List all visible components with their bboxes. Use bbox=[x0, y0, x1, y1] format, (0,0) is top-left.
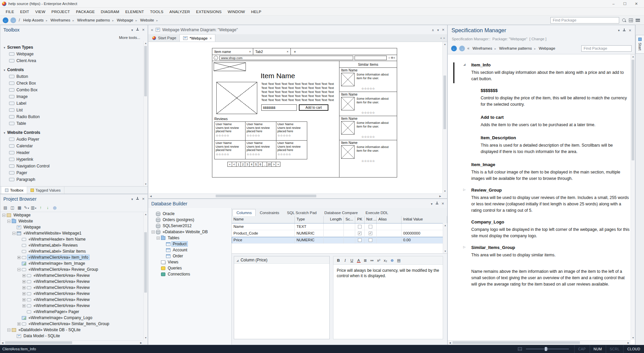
database-tab[interactable]: Constraints bbox=[256, 209, 283, 216]
db-tree-item[interactable]: «Database» Website_DB bbox=[150, 229, 231, 235]
toolbox-row[interactable]: Label bbox=[4, 100, 143, 107]
toolbox-row[interactable]: Screen Types bbox=[4, 44, 143, 51]
spec-entry[interactable]: Name remains above the item information … bbox=[448, 268, 631, 288]
scrollbar-thumb[interactable] bbox=[216, 195, 316, 197]
pk-checkbox[interactable] bbox=[358, 232, 362, 235]
tree-item[interactable]: «WireframeClientArea» Review bbox=[1, 303, 143, 309]
toolbox-row[interactable]: Radio Button bbox=[4, 113, 143, 120]
db-tree-item[interactable]: Connections bbox=[150, 271, 231, 277]
db-tree-item[interactable]: Product bbox=[150, 241, 231, 247]
zoom-slider-thumb[interactable] bbox=[545, 347, 547, 351]
spec-hscrollbar[interactable] bbox=[448, 340, 631, 345]
close-button[interactable]: ✕ bbox=[631, 2, 642, 6]
toolbox-row[interactable]: Hyperlink bbox=[4, 156, 143, 163]
toolbox-row[interactable]: List bbox=[4, 107, 143, 113]
panel-close-icon[interactable] bbox=[142, 27, 145, 32]
window-layout-icon[interactable] bbox=[629, 18, 633, 22]
wf-similar-item[interactable]: Item Name Some information about item fo… bbox=[339, 92, 397, 116]
breadcrumb-item[interactable]: Help Assets bbox=[22, 17, 50, 23]
toolbox-row[interactable]: Navigation Control bbox=[4, 163, 143, 169]
wf-browser-tab-tab2[interactable]: Tab2 × bbox=[253, 48, 291, 55]
menu-item[interactable]: EXTENSIONS bbox=[193, 10, 225, 14]
find-package-input[interactable] bbox=[550, 17, 619, 23]
wf-browser-tab-item-name[interactable]: Item name × bbox=[212, 48, 253, 55]
db-tree-item[interactable]: Queries bbox=[150, 265, 231, 271]
bold-icon[interactable]: B bbox=[335, 257, 341, 263]
expand-toggle-icon[interactable] bbox=[157, 237, 160, 240]
expand-toggle-icon[interactable] bbox=[2, 214, 5, 217]
spec-expander-icon[interactable] bbox=[463, 245, 466, 249]
spec-entry[interactable]: Add to cart Adds the item to the users c… bbox=[448, 115, 631, 128]
panel-menu-icon[interactable] bbox=[131, 28, 133, 32]
menu-item[interactable]: VIEW bbox=[32, 10, 48, 14]
section-collapse-icon[interactable] bbox=[4, 67, 5, 72]
underline-icon[interactable]: U bbox=[349, 257, 355, 263]
panel-menu-icon[interactable] bbox=[437, 28, 439, 32]
start-sidebar-tab[interactable]: Start bbox=[636, 35, 644, 54]
tab-start-page[interactable]: Start Page bbox=[149, 34, 179, 42]
expand-toggle-icon[interactable] bbox=[17, 322, 20, 325]
toolbox-row[interactable]: Paragraph bbox=[4, 176, 143, 183]
notnull-checkbox[interactable] bbox=[369, 238, 372, 242]
expand-toggle-icon[interactable] bbox=[22, 292, 25, 295]
grid-header-cell[interactable]: Not ... bbox=[365, 216, 377, 223]
toolbox-row[interactable]: Image bbox=[4, 93, 143, 100]
grid-row[interactable]: Product_Code NUMERIC 00000000 bbox=[232, 230, 447, 237]
collapse-up-icon[interactable] bbox=[432, 28, 434, 32]
hamburger-menu-icon[interactable] bbox=[636, 19, 640, 22]
grid-header-cell[interactable]: Sc... bbox=[344, 216, 355, 223]
tree-item[interactable]: «WireframeClientArea» Review bbox=[1, 297, 143, 303]
nav-forward-button[interactable] bbox=[10, 17, 16, 23]
maximize-button[interactable]: ☐ bbox=[619, 2, 631, 6]
tab-scroll-right-icon[interactable]: ▸ bbox=[443, 36, 445, 40]
tree-item[interactable]: «WireframeClientArea» Review bbox=[1, 279, 143, 285]
change-package-link[interactable]: [ Change ] bbox=[529, 37, 546, 41]
menu-item[interactable]: EDIT bbox=[17, 10, 32, 14]
toolbox-row[interactable]: Combo Box bbox=[4, 87, 143, 93]
project-browser-scrollbar[interactable] bbox=[143, 212, 148, 340]
tree-item[interactable]: «WireframeHeader» Item Name bbox=[1, 236, 143, 242]
diagram-canvas[interactable]: Item name × Tab2 × + www.shop.com ☆⚙≡ bbox=[149, 42, 442, 193]
scroll-down-icon[interactable] bbox=[443, 189, 447, 193]
panel-menu-icon[interactable] bbox=[131, 197, 133, 201]
italic-icon[interactable]: I bbox=[342, 257, 348, 263]
wf-new-tab-button[interactable]: + bbox=[291, 48, 299, 55]
scroll-right-icon[interactable] bbox=[438, 194, 442, 198]
wf-reviews-label[interactable]: Reviews bbox=[214, 117, 337, 121]
wf-similar-item[interactable]: Item Name Some information about item fo… bbox=[339, 67, 397, 92]
wf-price-field[interactable]: $$$$$$$ bbox=[261, 104, 297, 111]
tree-item[interactable]: «WireframeLabel» Reviews bbox=[1, 242, 143, 248]
pk-checkbox[interactable] bbox=[358, 238, 362, 242]
scrollbar-thumb[interactable] bbox=[144, 232, 147, 293]
collapse-left-icon[interactable] bbox=[151, 28, 153, 32]
tree-item[interactable]: «WireframeClientArea» Review bbox=[1, 272, 143, 279]
toolbox-row[interactable]: Website Controls bbox=[4, 129, 143, 136]
spec-breadcrumb-item[interactable]: Wireframes bbox=[472, 46, 498, 51]
status-toggle[interactable]: CAP bbox=[574, 345, 590, 353]
grid-header-cell[interactable]: Name bbox=[232, 216, 295, 223]
superscript-icon[interactable]: x² bbox=[376, 257, 382, 263]
scroll-left-icon[interactable] bbox=[149, 194, 153, 198]
notnull-checkbox[interactable] bbox=[369, 232, 372, 235]
spec-entry[interactable]: Item_Description This area is used for a… bbox=[448, 135, 631, 155]
layout-icon[interactable]: ▥ bbox=[31, 205, 37, 211]
toolbox-row[interactable]: Calendar bbox=[4, 143, 143, 149]
toolbox-row[interactable]: Pager bbox=[4, 169, 143, 176]
database-tab[interactable]: SQL Scratch Pad bbox=[283, 209, 320, 216]
tree-item[interactable]: «WireframeImage» Company_Logo bbox=[1, 315, 143, 321]
expand-toggle-icon[interactable] bbox=[12, 232, 15, 235]
breadcrumb-item[interactable]: Wireframe patterns bbox=[76, 17, 116, 23]
spec-entry[interactable]: Similar_Items_Group This area will be us… bbox=[448, 245, 631, 258]
scroll-down-icon[interactable] bbox=[144, 336, 148, 340]
section-collapse-icon[interactable] bbox=[4, 130, 5, 135]
scroll-down-icon[interactable] bbox=[144, 182, 148, 186]
menu-item[interactable]: HELP bbox=[248, 10, 264, 14]
database-tab[interactable]: Database Compare bbox=[321, 209, 362, 216]
menu-item[interactable]: PROJECT bbox=[48, 10, 73, 14]
pk-checkbox[interactable] bbox=[358, 225, 362, 229]
subscript-icon[interactable]: x₂ bbox=[382, 257, 388, 263]
wf-item-image-placeholder[interactable] bbox=[216, 82, 257, 114]
wf-item-name-heading[interactable]: Item Name bbox=[261, 72, 337, 80]
expand-toggle-icon[interactable] bbox=[22, 298, 25, 301]
expand-toggle-icon[interactable] bbox=[22, 304, 25, 307]
